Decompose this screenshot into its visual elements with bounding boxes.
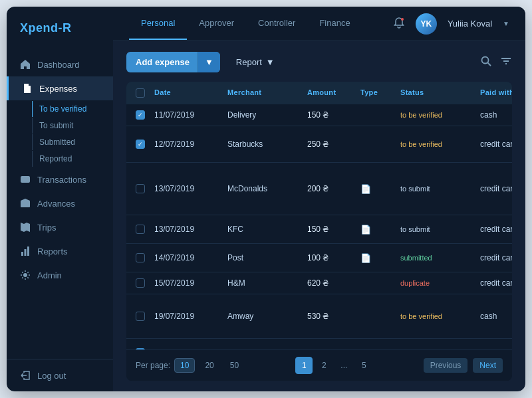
tab-finance[interactable]: Finance	[307, 7, 362, 40]
row-merchant: Delivery	[227, 110, 307, 120]
sidebar-item-expenses[interactable]: Expenses	[7, 76, 113, 100]
table-row[interactable]: 13/07/2019 McDonalds 200 ₴ 📄 to submit c…	[126, 163, 512, 215]
table-row[interactable]: 20/07/2019 Tickets online 420 ₴ duplicat…	[126, 339, 512, 349]
page-btn-2[interactable]: 2	[315, 357, 332, 374]
add-expense-label: Add expense	[136, 57, 190, 67]
row-checkbox[interactable]	[136, 312, 145, 321]
user-name[interactable]: Yuliia Koval	[448, 19, 492, 29]
logout-button[interactable]: Log out	[20, 370, 100, 381]
per-page-10[interactable]: 10	[174, 358, 195, 373]
user-menu-chevron-icon[interactable]: ▼	[503, 20, 509, 27]
row-merchant: Post	[227, 253, 307, 262]
sub-nav-reported[interactable]: Reported	[32, 151, 113, 167]
sidebar-item-dashboard[interactable]: Dashboard	[7, 52, 113, 76]
row-status: to be verified	[400, 312, 480, 321]
row-checkbox[interactable]	[136, 110, 145, 120]
map-icon	[20, 222, 31, 233]
add-expense-button[interactable]: Add expense ▼	[126, 52, 220, 72]
tab-controller[interactable]: Controller	[246, 7, 307, 40]
sub-nav-to-verify[interactable]: To be verified	[32, 101, 113, 117]
sub-nav-submitted[interactable]: Submitted	[32, 134, 113, 150]
row-checkbox-cell[interactable]	[136, 225, 154, 234]
row-checkbox[interactable]	[136, 140, 145, 149]
prev-button[interactable]: Previous	[424, 358, 468, 373]
sidebar-item-admin[interactable]: Admin	[7, 263, 113, 287]
per-page-50[interactable]: 50	[224, 358, 245, 373]
select-all-checkbox[interactable]	[136, 88, 145, 98]
doc-icon: 📄	[360, 253, 371, 263]
row-merchant: H&M	[227, 278, 307, 288]
col-type: Type	[360, 88, 400, 98]
row-checkbox-cell[interactable]	[136, 253, 154, 262]
table-row[interactable]: 11/07/2019 Delivery 150 ₴ to be verified…	[126, 104, 512, 126]
doc-icon: 📄	[360, 225, 371, 235]
expenses-sub-nav: To be verified To submit Submitted Repor…	[7, 100, 113, 167]
row-date: 11/07/2019	[154, 110, 227, 120]
report-button[interactable]: Report ▼	[227, 52, 284, 72]
tab-personal[interactable]: Personal	[129, 7, 187, 40]
table-row[interactable]: 14/07/2019 Post 100 ₴ 📄 submitted credit…	[126, 244, 512, 272]
notification-bell-icon[interactable]	[393, 17, 405, 31]
filter-icon[interactable]	[500, 55, 512, 70]
bar-chart-icon	[20, 246, 31, 256]
pagination: Per page: 10 20 50 12...5 Previous Next	[126, 349, 512, 381]
sidebar-label-admin: Admin	[37, 270, 62, 280]
row-date: 14/07/2019	[154, 253, 227, 262]
sidebar-bottom: Log out	[7, 359, 113, 391]
svg-rect-0	[21, 176, 30, 183]
credit-card-icon	[20, 174, 31, 185]
sidebar-item-trips[interactable]: Trips	[7, 215, 113, 239]
svg-point-9	[482, 56, 489, 63]
expenses-table: Date Merchant Amount Type Status Paid wi…	[126, 82, 512, 381]
report-chevron-icon: ▼	[266, 57, 275, 67]
row-type: 📄	[360, 225, 400, 235]
row-type: 📄	[360, 184, 400, 194]
add-expense-dropdown-arrow[interactable]: ▼	[198, 52, 220, 72]
row-checkbox[interactable]	[136, 225, 145, 234]
row-date: 13/07/2019	[154, 225, 227, 234]
row-date: 19/07/2019	[154, 312, 227, 321]
row-amount: 250 ₴	[307, 140, 360, 149]
logout-icon	[20, 370, 31, 381]
svg-rect-5	[25, 249, 27, 256]
row-date: 13/07/2019	[154, 184, 227, 193]
row-checkbox-cell[interactable]	[136, 110, 154, 120]
page-btn-5[interactable]: 5	[355, 357, 372, 374]
sidebar-item-advances[interactable]: Advances	[7, 191, 113, 215]
search-icon[interactable]	[480, 55, 492, 70]
table-row[interactable]: 13/07/2019 KFC 150 ₴ 📄 to submit credit …	[126, 215, 512, 244]
row-amount: 620 ₴	[307, 278, 360, 288]
page-btn-...[interactable]: ...	[335, 357, 352, 374]
row-checkbox[interactable]	[136, 253, 145, 262]
next-button[interactable]: Next	[473, 358, 503, 373]
svg-marker-3	[21, 223, 30, 232]
row-date: 15/07/2019	[154, 278, 227, 288]
col-paid-with: Paid with	[480, 88, 512, 98]
row-checkbox-cell[interactable]	[136, 278, 154, 288]
row-checkbox-cell[interactable]	[136, 184, 154, 193]
per-page-20[interactable]: 20	[199, 358, 219, 373]
table-row[interactable]: 19/07/2019 Amway 530 ₴ to be verified ca…	[126, 294, 512, 339]
row-checkbox[interactable]	[136, 278, 145, 288]
row-merchant: McDonalds	[227, 184, 307, 193]
col-merchant: Merchant	[227, 88, 307, 98]
tab-approver[interactable]: Approver	[187, 7, 246, 40]
sub-nav-to-submit[interactable]: To submit	[32, 118, 113, 134]
svg-rect-2	[21, 201, 30, 207]
doc-icon: 📄	[360, 184, 371, 194]
row-status: to submit	[400, 225, 480, 234]
table-row[interactable]: 15/07/2019 H&M 620 ₴ duplicate credit ca…	[126, 272, 512, 294]
row-checkbox[interactable]	[136, 184, 145, 193]
table-row[interactable]: 12/07/2019 Starbucks 250 ₴ to be verifie…	[126, 126, 512, 163]
row-checkbox-cell[interactable]	[136, 140, 154, 149]
row-checkbox-cell[interactable]	[136, 312, 154, 321]
sidebar-item-transactions[interactable]: Transactions	[7, 167, 113, 191]
row-paid-with: cash	[480, 312, 512, 321]
row-amount: 100 ₴	[307, 253, 360, 262]
col-date: Date	[154, 88, 227, 98]
row-paid-with: credit card	[480, 253, 512, 262]
sidebar-item-reports[interactable]: Reports	[7, 239, 113, 263]
table-body: 11/07/2019 Delivery 150 ₴ to be verified…	[126, 104, 512, 349]
row-paid-with: credit card	[480, 184, 512, 193]
page-btn-1[interactable]: 1	[295, 357, 313, 374]
